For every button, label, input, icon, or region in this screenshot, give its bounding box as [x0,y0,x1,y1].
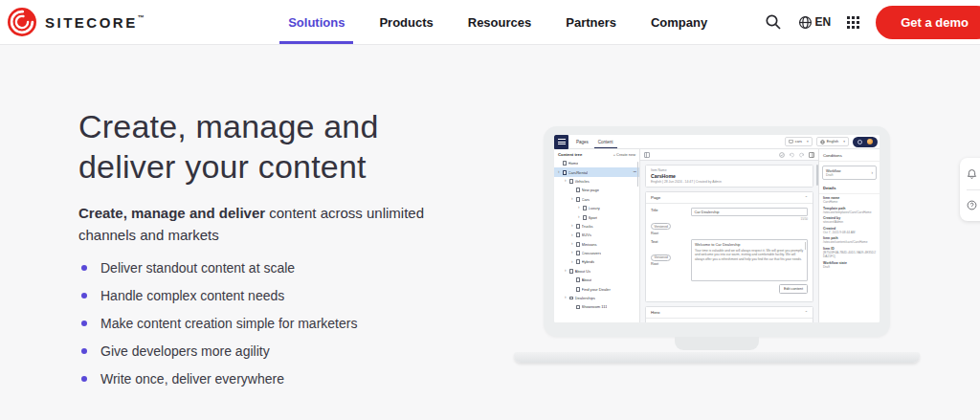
nav-link-products[interactable]: Products [379,0,433,44]
benefit-item: Make content creation simple for markete… [78,317,480,331]
tree-item[interactable]: › Crossovers [554,249,639,257]
help-icon[interactable] [967,200,977,210]
tree-item-label: Sport [589,215,598,220]
page-icon [563,161,567,166]
tree-item[interactable]: › Sport [554,212,639,221]
title-field-label: Title [651,208,691,212]
text-area-wrap: Welcome to Car Dealership Your time is v… [691,239,808,294]
tree-item[interactable]: › Showroom 111 [554,302,639,311]
sitecore-logo-icon [8,8,36,36]
laptop-base [514,352,920,363]
tree-item[interactable]: › CarsRental ••• [554,167,639,176]
tree-item-label: Dealerships [575,296,596,300]
tab-content[interactable]: Content [596,135,615,148]
tree-item[interactable]: › Luxury [554,204,639,212]
globe-icon [798,15,813,30]
editor-scroll-area[interactable]: Item Name CarsHome English | 28 Jun 2024… [640,161,818,322]
logo-field-meta: Logo Versioned Root [651,322,691,323]
tree-item-label: Trucks [582,224,593,229]
hero-section-header[interactable]: Hero ⌃ [646,307,813,319]
laptop-mockup: Pages Content cars ▾ English ▾ [544,126,890,337]
nav-link-company[interactable]: Company [651,0,707,44]
tree-item-label: Home [568,161,579,166]
account-pill[interactable] [853,137,878,147]
title-field: Title Versioned Root Car Dealership 15/5… [651,208,808,235]
page-icon [576,277,580,282]
laptop-notch [675,337,759,350]
monitor-icon [789,140,793,144]
browse-library-button[interactable]: Browse library [788,322,808,323]
text-area-heading: Welcome to Car Dealership [695,242,804,247]
tree-item[interactable]: › About Us [554,267,639,276]
hamburger-menu-icon[interactable] [554,135,568,149]
page-icon [569,297,573,300]
avatar [867,139,874,145]
page-icon [576,197,580,202]
get-demo-button[interactable]: Get a demo [876,6,980,39]
tree-item-label: About Us [575,269,591,274]
detail-row: Template path /sitecore/templates/Cars/C… [819,206,880,216]
page-section-header[interactable]: Page ⌃ [646,192,813,204]
nav-link-resources[interactable]: Resources [468,0,531,44]
search-icon[interactable] [765,13,782,31]
language-selector[interactable]: EN [798,15,832,30]
versioned-badge: Versioned [651,254,671,261]
page-icon [576,224,580,229]
workflow-box[interactable]: Workflow Draft › [822,166,877,180]
page-icon [576,259,580,264]
tree-item[interactable]: › Hybrids [554,257,639,266]
caret-icon: › [565,296,568,300]
nav-link-partners[interactable]: Partners [566,0,616,44]
item-name-value: CarsHome [651,173,808,179]
tree-item[interactable]: › New page [554,186,639,194]
tree-item[interactable]: › Home [554,159,639,167]
notification-bell-icon[interactable] [967,168,977,179]
page-icon [576,251,580,255]
layout-icon[interactable] [644,152,650,158]
tree-item[interactable]: › Cars [554,195,639,204]
detail-value: /sitecore/templates/Cars/CarsHome [823,210,876,214]
caret-icon: › [571,233,575,238]
tree-item[interactable]: › Vehicles [554,177,639,186]
widget-divider [967,189,980,190]
app-language-selector[interactable]: English ▾ [816,137,849,146]
hero-subtitle: Create, manage and deliver content acros… [78,202,463,246]
redo-icon[interactable] [799,152,805,158]
apps-grid-icon[interactable] [847,16,859,29]
site-selector[interactable]: cars ▾ [785,137,813,146]
benefit-item: Write once, deliver everywhere [78,372,480,387]
side-panel-icon[interactable] [809,152,814,158]
tree-item[interactable]: › Find your Dealer [554,284,639,293]
tree-item[interactable]: › Dealerships [554,294,639,302]
text-field-meta: Text Versioned Root [651,239,691,294]
tab-pages[interactable]: Pages [574,135,590,148]
check-circle-icon[interactable] [779,152,785,158]
edit-content-button[interactable]: Edit content [779,284,808,294]
toolbar-actions [779,152,815,158]
page-title: Create, manage anddeliver your content [78,106,480,187]
logo-field-label: Logo [651,322,691,323]
undo-icon[interactable] [789,152,794,158]
detail-row: Created Oct 7, 2015 9:08:44 AM [819,226,880,236]
tree-item[interactable]: › Trucks [554,222,639,231]
title-input[interactable]: Car Dealership [691,208,808,216]
caret-icon: › [571,251,575,255]
page-icon [576,305,580,309]
nav-link-solutions[interactable]: Solutions [288,0,345,44]
edge-widget[interactable] [960,158,980,221]
image-dropzone[interactable] [695,322,769,323]
chevron-down-icon: ▾ [843,140,845,144]
sitecore-logo[interactable]: SITECORE™ [8,8,146,36]
create-new-button[interactable]: + Create new [613,152,635,157]
text-area[interactable]: Welcome to Car Dealership Your time is v… [691,239,808,281]
tree-item[interactable]: › SUVs [554,231,639,239]
page-icon [576,232,580,237]
tree-item-label: Minivans [582,242,597,247]
hero-section-card: Hero ⌃ Logo Versioned Root [645,306,813,323]
tree-item-label: New page [582,188,599,192]
tree-item[interactable]: › About [554,276,639,284]
upload-new-button[interactable]: Upload new [764,322,785,323]
site-selector-value: cars [795,140,802,144]
tree-item[interactable]: › Minivans [554,240,639,249]
app-topbar-right: cars ▾ English ▾ [785,137,880,147]
